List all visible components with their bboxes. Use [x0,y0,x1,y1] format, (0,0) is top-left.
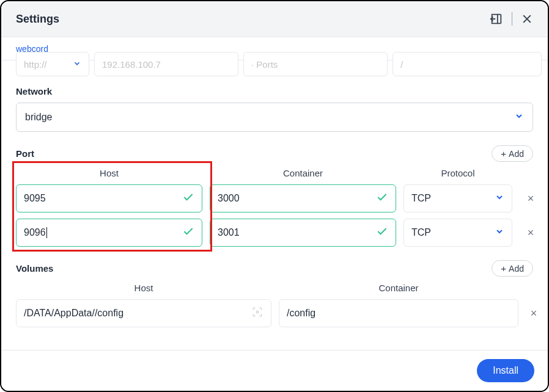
settings-title: Settings [16,13,59,26]
chevron-down-icon [495,227,504,239]
remove-row-button[interactable]: × [520,192,542,205]
install-button[interactable]: Install [477,359,534,382]
header-actions [490,12,533,26]
volumes-label: Volumes [16,263,53,274]
check-icon [376,191,388,206]
port-host-input[interactable]: 9095 [16,184,202,212]
network-value: bridge [25,112,52,123]
add-volume-label: Add [509,264,524,274]
port-container-value: 3001 [218,227,240,238]
port-column-headers: Host Container Protocol [16,168,533,178]
chevron-down-icon [73,59,81,70]
scheme-value: http:// [24,59,47,70]
path-value: / [400,59,403,70]
volume-container-input[interactable]: /config [279,299,518,327]
top-row: http:// 192.168.100.7 · Ports / [16,52,533,76]
check-icon [182,191,194,206]
import-icon[interactable] [490,12,503,26]
volume-row: /DATA/AppData//config /config × [16,299,533,327]
ports-hint[interactable]: · Ports [243,52,388,76]
add-port-label: Add [509,149,524,159]
port-header-host: Host [16,168,202,178]
chevron-down-icon [495,192,504,205]
volume-header-container: Container [279,283,518,293]
network-select[interactable]: bridge [16,103,533,132]
port-label: Port [16,148,34,159]
volume-host-value: /DATA/AppData//config [24,308,123,319]
scheme-select[interactable]: http:// [16,52,89,76]
volume-container-value: /config [287,308,315,319]
port-container-value: 3000 [218,193,240,204]
port-host-value: 9096 [24,227,47,238]
volume-column-headers: Host Container [16,283,533,293]
port-row: 9096 3001 TCP × [16,219,533,247]
port-container-input[interactable]: 3001 [210,219,396,247]
port-header-protocol: Protocol [403,168,512,178]
port-protocol-value: TCP [411,193,431,204]
ports-hint-value: · Ports [251,59,278,70]
volume-header-host: Host [16,283,271,293]
ip-input[interactable]: 192.168.100.7 [94,52,238,76]
footer: Install [1,350,548,391]
browse-icon[interactable] [251,306,263,321]
check-icon [376,225,388,240]
header-divider [512,12,512,26]
volume-host-input[interactable]: /DATA/AppData//config [16,299,271,327]
port-header-container: Container [210,168,396,178]
settings-content: http:// 192.168.100.7 · Ports / Network … [1,52,548,342]
path-input[interactable]: / [392,52,542,76]
ip-value: 192.168.100.7 [102,59,161,70]
chevron-down-icon [514,111,524,123]
port-protocol-select[interactable]: TCP [403,219,512,247]
port-section-head: Port Add [16,145,533,162]
remove-row-button[interactable]: × [526,307,542,320]
port-protocol-value: TCP [411,227,431,238]
port-protocol-select[interactable]: TCP [403,184,512,212]
svg-point-0 [256,311,258,313]
port-host-value: 9095 [24,193,46,204]
volumes-section-head: Volumes Add [16,260,533,277]
network-label: Network [16,86,533,96]
port-container-input[interactable]: 3000 [210,184,396,212]
remove-row-button[interactable]: × [520,227,542,239]
add-volume-button[interactable]: Add [492,260,533,277]
settings-header: Settings [1,1,548,37]
port-row: 9095 3000 TCP × [16,184,533,212]
port-host-input[interactable]: 9096 [16,219,202,247]
close-icon[interactable] [521,13,533,25]
add-port-button[interactable]: Add [492,145,533,162]
check-icon [182,225,194,240]
